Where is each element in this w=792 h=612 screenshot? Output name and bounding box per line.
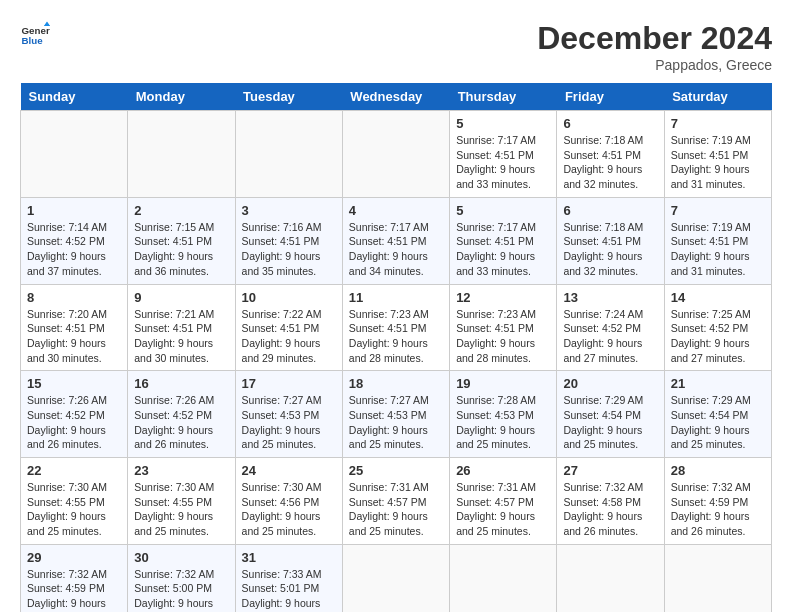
day-cell-29: 29 Sunrise: 7:32 AMSunset: 4:59 PMDaylig… — [21, 544, 128, 612]
title-area: December 2024 Pappados, Greece — [537, 20, 772, 73]
location: Pappados, Greece — [537, 57, 772, 73]
day-cell-19: 19 Sunrise: 7:28 AMSunset: 4:53 PMDaylig… — [450, 371, 557, 458]
empty-cell — [128, 111, 235, 198]
day-cell-17: 17 Sunrise: 7:27 AMSunset: 4:53 PMDaylig… — [235, 371, 342, 458]
day-cell-24: 24 Sunrise: 7:30 AMSunset: 4:56 PMDaylig… — [235, 458, 342, 545]
day-cell-14: 14 Sunrise: 7:25 AMSunset: 4:52 PMDaylig… — [664, 284, 771, 371]
col-wednesday: Wednesday — [342, 83, 449, 111]
day-cell-18: 18 Sunrise: 7:27 AMSunset: 4:53 PMDaylig… — [342, 371, 449, 458]
day-cell-5: 5 Sunrise: 7:17 AMSunset: 4:51 PMDayligh… — [450, 111, 557, 198]
day-cell-28: 28 Sunrise: 7:32 AMSunset: 4:59 PMDaylig… — [664, 458, 771, 545]
table-row: 29 Sunrise: 7:32 AMSunset: 4:59 PMDaylig… — [21, 544, 772, 612]
day-cell-6: 6 Sunrise: 7:18 AMSunset: 4:51 PMDayligh… — [557, 111, 664, 198]
empty-cell — [342, 111, 449, 198]
day-cell-27: 27 Sunrise: 7:32 AMSunset: 4:58 PMDaylig… — [557, 458, 664, 545]
day-cell-26: 26 Sunrise: 7:31 AMSunset: 4:57 PMDaylig… — [450, 458, 557, 545]
empty-cell — [664, 544, 771, 612]
day-cell-6b: 6 Sunrise: 7:18 AMSunset: 4:51 PMDayligh… — [557, 197, 664, 284]
day-cell-5b: 5 Sunrise: 7:17 AMSunset: 4:51 PMDayligh… — [450, 197, 557, 284]
day-cell-11: 11 Sunrise: 7:23 AMSunset: 4:51 PMDaylig… — [342, 284, 449, 371]
day-cell-20: 20 Sunrise: 7:29 AMSunset: 4:54 PMDaylig… — [557, 371, 664, 458]
table-row: 22 Sunrise: 7:30 AMSunset: 4:55 PMDaylig… — [21, 458, 772, 545]
day-cell-10: 10 Sunrise: 7:22 AMSunset: 4:51 PMDaylig… — [235, 284, 342, 371]
day-cell-31: 31 Sunrise: 7:33 AMSunset: 5:01 PMDaylig… — [235, 544, 342, 612]
day-cell-23: 23 Sunrise: 7:30 AMSunset: 4:55 PMDaylig… — [128, 458, 235, 545]
svg-text:Blue: Blue — [22, 35, 44, 46]
day-cell-30: 30 Sunrise: 7:32 AMSunset: 5:00 PMDaylig… — [128, 544, 235, 612]
month-title: December 2024 — [537, 20, 772, 57]
day-cell-12: 12 Sunrise: 7:23 AMSunset: 4:51 PMDaylig… — [450, 284, 557, 371]
day-cell-3: 3 Sunrise: 7:16 AMSunset: 4:51 PMDayligh… — [235, 197, 342, 284]
table-row: 15 Sunrise: 7:26 AMSunset: 4:52 PMDaylig… — [21, 371, 772, 458]
col-saturday: Saturday — [664, 83, 771, 111]
empty-cell — [450, 544, 557, 612]
col-monday: Monday — [128, 83, 235, 111]
empty-cell — [21, 111, 128, 198]
day-cell-16: 16 Sunrise: 7:26 AMSunset: 4:52 PMDaylig… — [128, 371, 235, 458]
day-cell-8: 8 Sunrise: 7:20 AMSunset: 4:51 PMDayligh… — [21, 284, 128, 371]
logo-icon: General Blue — [20, 20, 50, 50]
day-cell-7: 7 Sunrise: 7:19 AMSunset: 4:51 PMDayligh… — [664, 111, 771, 198]
page-header: General Blue December 2024 Pappados, Gre… — [20, 20, 772, 73]
table-row: 5 Sunrise: 7:17 AMSunset: 4:51 PMDayligh… — [21, 111, 772, 198]
calendar-table: Sunday Monday Tuesday Wednesday Thursday… — [20, 83, 772, 612]
day-cell-22: 22 Sunrise: 7:30 AMSunset: 4:55 PMDaylig… — [21, 458, 128, 545]
empty-cell — [557, 544, 664, 612]
col-friday: Friday — [557, 83, 664, 111]
logo: General Blue — [20, 20, 50, 50]
day-cell-1: 1 Sunrise: 7:14 AMSunset: 4:52 PMDayligh… — [21, 197, 128, 284]
day-cell-7b: 7 Sunrise: 7:19 AMSunset: 4:51 PMDayligh… — [664, 197, 771, 284]
day-cell-21: 21 Sunrise: 7:29 AMSunset: 4:54 PMDaylig… — [664, 371, 771, 458]
day-cell-13: 13 Sunrise: 7:24 AMSunset: 4:52 PMDaylig… — [557, 284, 664, 371]
table-row: 8 Sunrise: 7:20 AMSunset: 4:51 PMDayligh… — [21, 284, 772, 371]
day-cell-15: 15 Sunrise: 7:26 AMSunset: 4:52 PMDaylig… — [21, 371, 128, 458]
col-tuesday: Tuesday — [235, 83, 342, 111]
day-cell-2: 2 Sunrise: 7:15 AMSunset: 4:51 PMDayligh… — [128, 197, 235, 284]
day-cell-25: 25 Sunrise: 7:31 AMSunset: 4:57 PMDaylig… — [342, 458, 449, 545]
col-thursday: Thursday — [450, 83, 557, 111]
col-sunday: Sunday — [21, 83, 128, 111]
day-cell-4: 4 Sunrise: 7:17 AMSunset: 4:51 PMDayligh… — [342, 197, 449, 284]
day-cell-9: 9 Sunrise: 7:21 AMSunset: 4:51 PMDayligh… — [128, 284, 235, 371]
table-row: 1 Sunrise: 7:14 AMSunset: 4:52 PMDayligh… — [21, 197, 772, 284]
svg-text:General: General — [22, 25, 51, 36]
empty-cell — [235, 111, 342, 198]
empty-cell — [342, 544, 449, 612]
